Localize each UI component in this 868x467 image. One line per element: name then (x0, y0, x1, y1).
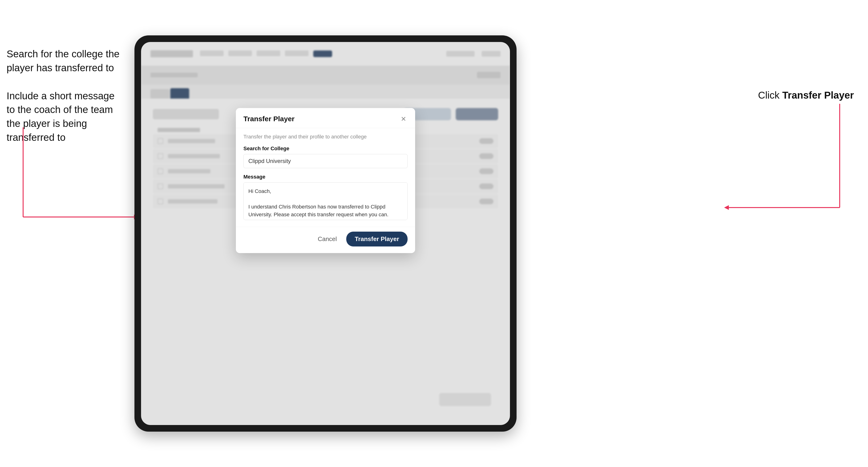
svg-marker-5 (724, 205, 729, 210)
modal-subtitle: Transfer the player and their profile to… (243, 134, 408, 140)
college-label: Search for College (243, 146, 408, 152)
modal-header: Transfer Player ✕ (236, 108, 415, 128)
modal-title: Transfer Player (243, 115, 294, 123)
arrow-left (7, 127, 148, 231)
message-textarea[interactable]: Hi Coach, I understand Chris Robertson h… (243, 182, 408, 220)
transfer-player-modal: Transfer Player ✕ Transfer the player an… (236, 108, 415, 253)
modal-footer: Cancel Transfer Player (236, 227, 415, 253)
transfer-player-button[interactable]: Transfer Player (346, 231, 408, 247)
annotation-right: Click Transfer Player (758, 90, 854, 101)
ipad-screen: Transfer Player ✕ Transfer the player an… (141, 42, 510, 425)
cancel-button[interactable]: Cancel (313, 232, 342, 246)
modal-close-button[interactable]: ✕ (399, 115, 408, 123)
college-search-input[interactable] (243, 154, 408, 168)
ipad-device: Transfer Player ✕ Transfer the player an… (134, 35, 517, 432)
message-label: Message (243, 174, 408, 180)
annotation-text-1: Search for the college the player has tr… (7, 47, 125, 75)
close-icon: ✕ (401, 115, 406, 123)
arrow-right (691, 104, 856, 222)
annotation-right-text: Click Transfer Player (758, 90, 854, 101)
modal-body: Transfer the player and their profile to… (236, 128, 415, 227)
